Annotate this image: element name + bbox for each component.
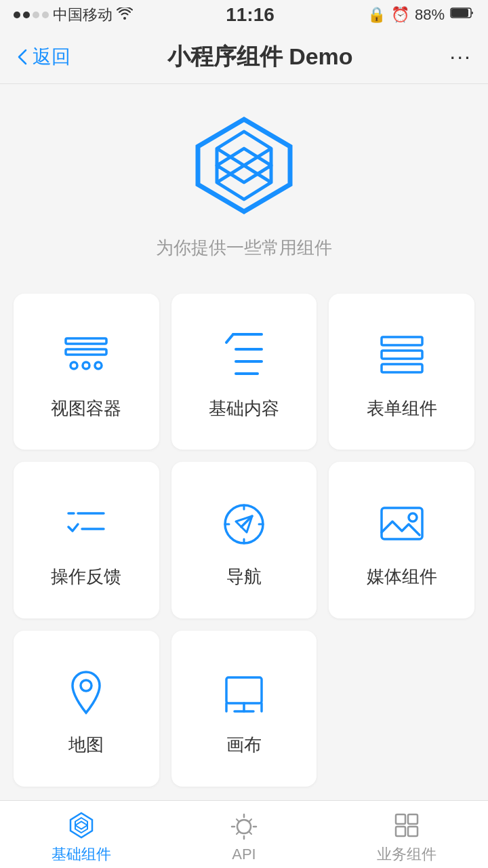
svg-point-20	[409, 513, 417, 521]
tab-basic[interactable]: 基础组件	[0, 805, 163, 865]
back-label: 返回	[33, 44, 70, 70]
more-button[interactable]: ···	[449, 44, 472, 69]
media-label: 媒体组件	[367, 565, 437, 589]
form-label: 表单组件	[367, 397, 437, 420]
svg-rect-14	[382, 364, 422, 372]
tab-basic-label: 基础组件	[52, 844, 111, 865]
grid-item-basic-content[interactable]: 基础内容	[171, 294, 317, 450]
map-label: 地图	[68, 733, 104, 757]
battery-label: 88%	[415, 6, 445, 24]
dot-1	[14, 12, 20, 18]
svg-point-21	[81, 680, 92, 691]
svg-rect-1	[451, 9, 468, 17]
dot-2	[23, 12, 30, 18]
nav-label: 导航	[226, 565, 262, 589]
signal-dots	[14, 12, 49, 18]
svg-point-4	[70, 362, 77, 369]
basic-content-icon	[217, 329, 271, 383]
grid-item-canvas[interactable]: 画布	[171, 631, 317, 787]
svg-line-7	[226, 334, 233, 342]
svg-rect-30	[396, 827, 405, 836]
svg-rect-2	[66, 338, 106, 344]
grid-item-view-container[interactable]: 视图容器	[14, 294, 159, 450]
map-icon	[59, 665, 113, 719]
feedback-label: 操作反馈	[51, 565, 121, 589]
back-button[interactable]: 返回	[16, 44, 70, 70]
view-container-icon	[59, 329, 113, 383]
svg-point-5	[83, 362, 89, 369]
media-icon	[375, 497, 429, 551]
status-left: 中国移动	[14, 5, 133, 25]
status-time: 11:16	[226, 4, 274, 26]
hero-subtitle: 为你提供一些常用组件	[156, 236, 332, 260]
battery-icon	[450, 6, 474, 24]
svg-rect-29	[408, 814, 418, 824]
grid-item-nav[interactable]: 导航	[171, 462, 317, 618]
carrier-label: 中国移动	[53, 5, 113, 25]
svg-rect-19	[382, 508, 422, 539]
tab-api[interactable]: API	[163, 806, 325, 863]
app-logo	[190, 111, 298, 220]
svg-rect-28	[396, 814, 405, 824]
svg-rect-12	[382, 337, 422, 345]
grid-item-form[interactable]: 表单组件	[329, 294, 474, 450]
tab-bar: 基础组件 API 业务组件	[0, 800, 488, 868]
svg-rect-22	[226, 677, 262, 703]
wifi-icon	[117, 6, 133, 24]
svg-rect-13	[382, 351, 422, 359]
status-bar: 中国移动 11:16 🔒 ⏰ 88%	[0, 0, 488, 30]
svg-rect-31	[408, 827, 418, 836]
component-grid: 视图容器 基础内容 表单组件 操作反馈	[0, 280, 488, 800]
tab-biz[interactable]: 业务组件	[325, 805, 488, 865]
page-title: 小程序组件 Demo	[167, 41, 353, 73]
form-icon	[375, 329, 429, 383]
status-right: 🔒 ⏰ 88%	[367, 6, 474, 24]
tab-api-label: API	[232, 846, 256, 863]
grid-item-media[interactable]: 媒体组件	[329, 462, 474, 618]
grid-item-feedback[interactable]: 操作反馈	[14, 462, 159, 618]
tab-api-icon	[229, 812, 259, 842]
tab-basic-icon	[66, 810, 96, 840]
alarm-icon: ⏰	[391, 6, 409, 24]
hero-section: 为你提供一些常用组件	[0, 84, 488, 280]
tab-biz-label: 业务组件	[377, 844, 436, 865]
basic-content-label: 基础内容	[209, 397, 279, 420]
dot-4	[42, 12, 49, 18]
canvas-icon	[217, 665, 271, 719]
lock-icon: 🔒	[367, 6, 386, 24]
feedback-icon	[59, 497, 113, 551]
canvas-label: 画布	[226, 733, 262, 757]
dot-3	[33, 12, 39, 18]
svg-point-27	[237, 820, 251, 833]
nav-icon	[217, 497, 271, 551]
grid-item-map[interactable]: 地图	[14, 631, 159, 787]
svg-point-6	[95, 362, 102, 369]
nav-bar: 返回 小程序组件 Demo ···	[0, 30, 488, 84]
tab-biz-icon	[392, 810, 422, 840]
view-container-label: 视图容器	[51, 397, 121, 420]
svg-rect-3	[66, 349, 106, 355]
